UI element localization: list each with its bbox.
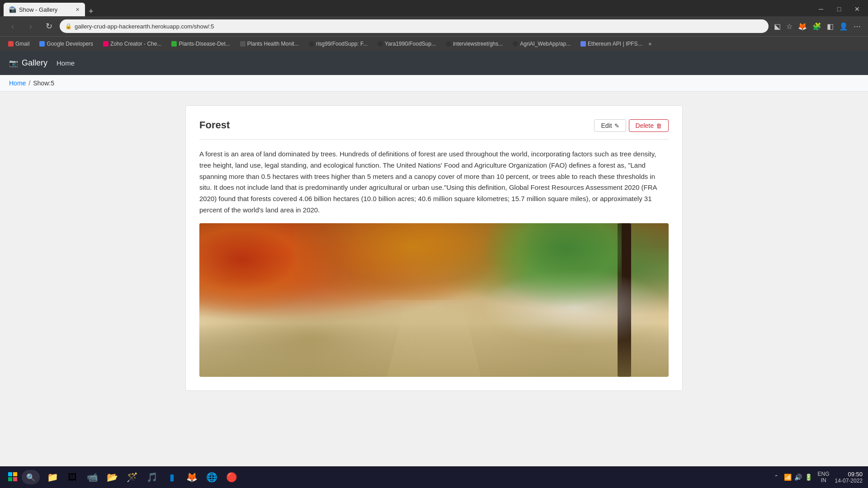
taskbar-clock: 09:50 14-07-2022	[835, 471, 863, 484]
svg-rect-1	[13, 472, 17, 476]
bookmarks-bar: Gmail Google Developers Zoho Creator - C…	[0, 36, 868, 51]
taskbar-app-browser2[interactable]: 🌐	[203, 468, 221, 486]
edit-icon: ✎	[614, 122, 619, 129]
browser2-icon: 🌐	[206, 472, 217, 483]
cast-button[interactable]: ⬕	[772, 20, 783, 33]
bookmark-plants1[interactable]: Plants-Disease-Det...	[168, 40, 233, 48]
card-header: Forest Edit ✎ Delete 🗑	[199, 119, 669, 140]
sidebar-button[interactable]: ◧	[825, 20, 835, 33]
magic-icon: 🪄	[127, 472, 138, 483]
taskbar-app-fileexplorer[interactable]: 📁	[43, 468, 61, 486]
bookmark-plants2[interactable]: Plants Health Monit...	[236, 40, 302, 48]
bookmark-google-label: Google Developers	[47, 41, 93, 47]
tab-bar: 📷 Show - Gallery ✕ + ─ □ ✕	[0, 0, 868, 16]
taskbar-app-photos[interactable]: 🖼	[63, 468, 81, 486]
bookmark-gmail[interactable]: Gmail	[5, 40, 33, 48]
refresh-button[interactable]: ↻	[42, 19, 56, 33]
bookmark-github1-label: risg99/FoodSupp: F...	[316, 41, 368, 47]
tab-favicon: 📷	[9, 6, 15, 13]
forest-mist	[481, 269, 669, 346]
nav-bar: ‹ › ↻ 🔒 gallery-crud-app-hackerearth.her…	[0, 16, 868, 36]
camera-icon: 📷	[9, 59, 18, 67]
profile-button[interactable]: 👤	[837, 20, 850, 33]
bookmark-gmail-favicon	[8, 41, 14, 47]
taskbar-time: 09:50	[848, 471, 863, 478]
taskbar-app-video[interactable]: 📹	[83, 468, 101, 486]
taskbar-app-vscode[interactable]: ▮	[163, 468, 181, 486]
chevron-up-icon[interactable]: ⌃	[774, 474, 778, 480]
bookmark-plants2-favicon	[240, 41, 245, 47]
app-navbar: 📷 Gallery Home	[0, 51, 868, 75]
bookmark-github3-favicon	[446, 41, 451, 47]
address-bar[interactable]: 🔒 gallery-crud-app-hackerearth.herokuapp…	[60, 19, 769, 33]
taskbar: 🔍 📁 🖼 📹 📂 🪄 🎵 ▮ 🦊 🌐 🔴	[0, 466, 868, 488]
bookmark-github2-favicon	[377, 41, 383, 47]
taskbar-app-browser1[interactable]: 🦊	[183, 468, 201, 486]
bookmark-plants1-label: Plants-Disease-Det...	[179, 41, 230, 47]
record-icon: 🔴	[226, 472, 237, 483]
bookmark-zoho-label: Zoho Creator - Che...	[110, 41, 161, 47]
taskbar-search[interactable]: 🔍	[22, 470, 40, 484]
tab-close-button[interactable]: ✕	[75, 7, 80, 13]
taskbar-app-record[interactable]: 🔴	[222, 468, 241, 486]
delete-label: Delete	[636, 122, 654, 129]
bookmark-github2[interactable]: Yara1990/FoodSup...	[374, 40, 439, 48]
close-button[interactable]: ✕	[850, 2, 864, 16]
edit-button[interactable]: Edit ✎	[594, 119, 626, 132]
foliage-left	[199, 223, 340, 315]
card-body: A forest is an area of land dominated by…	[199, 149, 669, 377]
active-tab[interactable]: 📷 Show - Gallery ✕	[4, 3, 85, 16]
bookmark-plants2-label: Plants Health Monit...	[247, 41, 299, 47]
forest-image	[199, 223, 669, 377]
nav-home-link[interactable]: Home	[57, 59, 75, 67]
music-icon: 🎵	[146, 472, 158, 483]
url-text: gallery-crud-app-hackerearth.herokuapp.c…	[75, 23, 763, 30]
bookmark-eth-favicon	[580, 41, 586, 47]
card-description: A forest is an area of land dominated by…	[199, 149, 669, 216]
start-button[interactable]	[5, 469, 20, 485]
taskbar-apps: 📁 🖼 📹 📂 🪄 🎵 ▮ 🦊 🌐 🔴	[43, 468, 241, 486]
fileexplorer-icon: 📁	[47, 472, 58, 483]
breadcrumb-bar: Home / Show:5	[0, 75, 868, 92]
photos-icon: 🖼	[68, 472, 77, 483]
bookmark-github4[interactable]: AgriAI_WebApp/ap...	[509, 40, 574, 48]
volume-icon: 🔊	[794, 474, 802, 481]
svg-rect-2	[8, 477, 12, 481]
breadcrumb-separator: /	[28, 80, 30, 87]
forward-button[interactable]: ›	[24, 19, 38, 33]
browser1-icon: 🦊	[186, 472, 198, 483]
app-container: 📷 Gallery Home Home / Show:5 Forest Edit…	[0, 51, 868, 466]
app-brand-name: Gallery	[22, 58, 47, 68]
taskbar-app-magic[interactable]: 🪄	[123, 468, 141, 486]
tab-title: Show - Gallery	[19, 6, 57, 13]
maximize-button[interactable]: □	[832, 2, 846, 16]
bookmark-github3[interactable]: interviewstreet/ghs...	[442, 40, 506, 48]
bookmark-google-dev[interactable]: Google Developers	[36, 40, 97, 48]
folder-icon: 📂	[107, 472, 118, 483]
taskbar-app-music[interactable]: 🎵	[143, 468, 161, 486]
nav-actions: ⬕ ☆ 🦊 🧩 ◧ 👤 ⋯	[772, 20, 863, 33]
card-actions: Edit ✎ Delete 🗑	[594, 119, 669, 132]
bookmark-eth[interactable]: Ethereum API | IPFS...	[577, 40, 646, 48]
bookmark-github1[interactable]: risg99/FoodSupp: F...	[305, 40, 371, 48]
bookmarks-more-button[interactable]: »	[649, 41, 652, 47]
new-tab-button[interactable]: +	[85, 7, 97, 16]
minimize-button[interactable]: ─	[814, 2, 828, 16]
bookmark-google-favicon	[39, 41, 45, 47]
app-brand: 📷 Gallery	[9, 58, 47, 68]
browser-chrome: 📷 Show - Gallery ✕ + ─ □ ✕ ‹ › ↻ 🔒 galle…	[0, 0, 868, 51]
language-secondary: IN	[821, 477, 826, 483]
breadcrumb-home-link[interactable]: Home	[9, 80, 26, 87]
breadcrumb-current: Show:5	[33, 80, 54, 87]
puzzle-button[interactable]: 🧩	[811, 20, 823, 33]
taskbar-app-folder[interactable]: 📂	[103, 468, 121, 486]
bookmark-button[interactable]: ☆	[784, 20, 794, 33]
svg-rect-0	[8, 472, 12, 476]
bookmark-zoho[interactable]: Zoho Creator - Che...	[99, 40, 165, 48]
delete-button[interactable]: Delete 🗑	[629, 119, 669, 132]
back-button[interactable]: ‹	[5, 19, 20, 33]
bookmark-github4-label: AgriAI_WebApp/ap...	[520, 41, 571, 47]
menu-button[interactable]: ⋯	[852, 20, 863, 33]
edit-label: Edit	[601, 122, 612, 129]
extension-button[interactable]: 🦊	[796, 20, 809, 33]
